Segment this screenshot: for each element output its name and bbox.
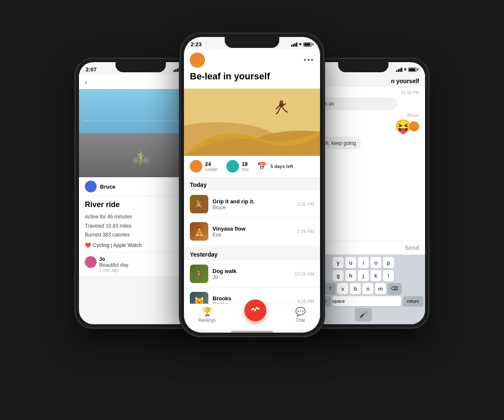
activity-time-bruce: 3:26 PM [297, 202, 314, 207]
activity-thumb-brooks: 😸 [190, 292, 208, 304]
walk-emoji: 🚶 [190, 265, 208, 283]
comment-avatar [85, 256, 97, 268]
key-y[interactable]: y [333, 257, 344, 268]
message-left-row: e finish, keep going [307, 137, 419, 150]
key-backspace[interactable]: ⌫ [388, 283, 402, 294]
center-status-icons: ▾ [291, 42, 313, 47]
key-m[interactable]: m [375, 283, 386, 294]
calendar-icon: 📅 [257, 162, 266, 171]
you-label: You [242, 167, 249, 172]
phones-container: 2:07 ▾ ‹ [63, 25, 441, 395]
more-options-button[interactable]: ••• [304, 56, 314, 65]
stat-minutes: Active for 46 minutes [85, 213, 197, 222]
activity-thumb-jo: 🚶 [190, 265, 208, 283]
center-header: ••• Be-leaf in yourself [184, 49, 320, 89]
you-avatar [226, 160, 239, 173]
chat-icon: 💬 [295, 307, 306, 317]
right-battery-icon [408, 68, 418, 72]
key-g[interactable]: g [333, 270, 344, 281]
activity-name-jo: Dog walk [213, 268, 295, 274]
hero-challenge-image [184, 89, 320, 156]
key-return[interactable]: return [403, 296, 423, 306]
activity-item-jo[interactable]: 🚶 Dog walk Jo 10:26 AM [184, 260, 320, 288]
days-info: 5 days left [270, 164, 293, 169]
phone-center: 2:23 ▾ [181, 34, 323, 336]
key-h[interactable]: h [345, 270, 356, 281]
comment-content: Jo Beautiful day 1 min. ago [99, 256, 128, 273]
center-notch [225, 37, 279, 48]
left-user-avatar [85, 181, 97, 192]
leader-avatar [190, 160, 202, 173]
activity-list-today: 🚴 Grip it and rip it. Bruce 3:26 PM 🧘 [184, 191, 320, 304]
message-right-row: Bruce 😝 [307, 113, 419, 134]
right-wifi-icon: ▾ [404, 67, 407, 72]
home-indicator [231, 331, 273, 333]
key-k[interactable]: k [370, 270, 381, 281]
center-wifi-icon: ▾ [299, 42, 302, 47]
key-b[interactable]: b [350, 283, 361, 294]
nav-rankings[interactable]: 🏆 Rankings [198, 307, 216, 323]
center-battery-icon [303, 42, 313, 47]
activity-item-eva[interactable]: 🧘 Vinyasa flow Eva 1:24 PM [184, 218, 320, 245]
chat-timestamp: 11:58 PM [307, 90, 419, 95]
activity-thumb-bruce: 🚴 [190, 195, 208, 213]
activity-item-bruce[interactable]: 🚴 Grip it and rip it. Bruce 3:26 PM [184, 191, 320, 218]
activity-title: River ride [85, 200, 197, 209]
activity-info-jo: Dog walk Jo [213, 268, 295, 280]
comment-time: 1 min. ago [99, 268, 128, 273]
bottom-nav: 🏆 Rankings 💬 Chat [184, 304, 320, 329]
back-button[interactable]: ‹ [85, 78, 87, 87]
key-u[interactable]: u [345, 257, 356, 268]
activity-time-jo: 10:26 AM [295, 271, 314, 276]
sender-avatar [409, 121, 419, 131]
left-time: 2:07 [86, 66, 97, 73]
today-label: Today [184, 177, 320, 191]
key-o[interactable]: o [370, 257, 381, 268]
key-j[interactable]: j [358, 270, 369, 281]
key-p[interactable]: p [383, 257, 394, 268]
cycling-tag: ❤️ Cycling | Apple Watch [85, 242, 197, 248]
activity-time-eva: 1:24 PM [297, 229, 314, 234]
emoji-bubble: 😝 [395, 118, 419, 134]
fab-button[interactable] [244, 299, 266, 321]
left-user-name: Bruce [100, 184, 116, 190]
hero-svg [184, 89, 320, 156]
center-screen: 2:23 ▾ [184, 37, 320, 333]
left-notch [116, 62, 166, 72]
you-count: 19 [242, 161, 249, 168]
key-i[interactable]: i [358, 257, 369, 268]
key-n[interactable]: n [362, 283, 373, 294]
activity-time-brooks: 9:26 AM [297, 299, 314, 304]
you-info: 19 You [242, 161, 249, 173]
center-time: 2:23 [191, 41, 202, 47]
send-button[interactable]: Send [405, 244, 419, 251]
heart-icon: ❤️ [85, 242, 91, 248]
commenter-name: Jo [99, 256, 128, 262]
center-avatar[interactable] [190, 52, 205, 68]
activity-icon [251, 305, 260, 316]
yoga-emoji: 🧘 [190, 222, 208, 241]
bike-icon: 🚲 [131, 147, 150, 165]
yesterday-label: Yesterday [184, 247, 320, 260]
days-stat: 📅 5 days left [257, 162, 293, 171]
nav-chat[interactable]: 💬 Chat [295, 307, 306, 323]
leader-info: 24 Leader [205, 161, 218, 173]
center-content: 2:23 ▾ [184, 37, 320, 333]
key-shift[interactable]: ⇧ [325, 283, 336, 294]
challenge-title: Be-leaf in yourself [190, 71, 314, 84]
mic-button[interactable]: 🎤 [355, 308, 372, 321]
key-space[interactable]: space [333, 296, 402, 306]
key-l[interactable]: l [383, 270, 394, 281]
brooks-emoji: 😸 [190, 292, 208, 304]
activity-user-eva: Eva [213, 232, 297, 238]
days-left: 5 days left [270, 164, 293, 169]
activity-name-eva: Vinyasa flow [213, 226, 297, 232]
comment-text: Beautiful day [99, 262, 128, 268]
rankings-label: Rankings [198, 318, 216, 323]
key-v[interactable]: v [337, 283, 348, 294]
stat-calories: Burned 383 calories [85, 231, 197, 240]
sender-name: Bruce [407, 113, 419, 118]
right-status-icons: ▾ [396, 67, 418, 72]
stat-miles: Traveled 10.83 miles [85, 222, 197, 231]
rankings-icon: 🏆 [202, 307, 213, 317]
